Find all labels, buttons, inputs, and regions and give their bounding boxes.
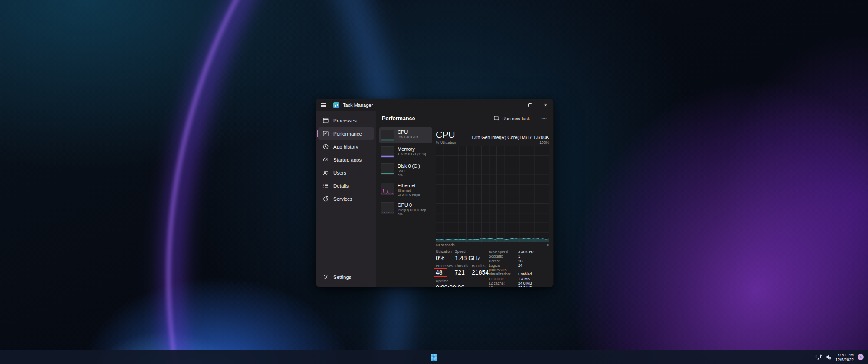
close-icon: ✕ — [543, 103, 547, 108]
disk-mini-graph — [381, 163, 394, 175]
desktop: Task Manager – ✕ Processes Performance — [0, 0, 868, 364]
start-button[interactable] — [426, 351, 442, 363]
cpu-spec-list: Base speed:3.40 GHz Sockets:1 Cores:16 L… — [489, 249, 549, 287]
cpu-stats: Utilization 0% Speed 1.48 GHz — [436, 249, 549, 287]
mini-panel-memory[interactable]: Memory 1.7/15.8 GB (11%) — [379, 144, 432, 160]
sidebar-item-performance[interactable]: Performance — [318, 127, 374, 140]
cpu-title: CPU — [436, 129, 455, 140]
sidebar-item-app-history[interactable]: App history — [318, 140, 374, 153]
window-title: Task Manager — [343, 103, 373, 108]
highlight-box: 48 — [434, 268, 447, 277]
memory-mini-graph — [381, 146, 394, 158]
cpu-chip-name: 13th Gen Intel(R) Core(TM) i7-13700K — [471, 135, 549, 140]
task-manager-window: Task Manager – ✕ Processes Performance — [316, 99, 554, 287]
run-new-task-icon — [494, 116, 500, 121]
processes-icon — [323, 118, 329, 123]
page-title: Performance — [382, 116, 415, 122]
sidebar-item-label: App history — [333, 144, 358, 149]
maximize-button[interactable] — [522, 99, 538, 111]
sidebar-item-services[interactable]: Services — [318, 192, 374, 205]
sidebar-item-label: Startup apps — [333, 157, 362, 162]
sidebar-item-label: Performance — [333, 131, 362, 136]
y-axis-label: % Utilization — [436, 140, 456, 145]
stat-processes: Processes 48 — [436, 264, 455, 277]
cpu-utilization-graph[interactable] — [436, 146, 549, 242]
mini-panel-cpu[interactable]: CPU 0% 1.48 GHz — [379, 127, 432, 143]
stat-speed: Speed 1.48 GHz — [455, 249, 480, 261]
clock-time: 9:51 PM — [835, 352, 854, 357]
hamburger-menu-icon[interactable] — [316, 99, 331, 111]
spec-row: Virtualization:Enabled — [489, 272, 549, 276]
clock-date: 12/5/2022 — [835, 357, 854, 362]
sidebar-item-label: Users — [333, 170, 346, 175]
run-new-task-button[interactable]: Run new task — [490, 114, 534, 123]
details-icon — [323, 183, 329, 189]
titlebar[interactable]: Task Manager – ✕ — [316, 99, 553, 111]
x-axis-left: 60 seconds — [436, 243, 454, 247]
mini-panel-ethernet[interactable]: Ethernet Ethernet S: 0 R: 0 Kbps — [379, 181, 432, 199]
spec-row: Logical processors:24 — [489, 263, 549, 272]
cpu-detail-panel: CPU 13th Gen Intel(R) Core(TM) i7-13700K… — [434, 126, 553, 287]
stat-threads: Threads 721 — [455, 264, 472, 277]
cpu-mini-graph — [381, 129, 394, 141]
header-separator — [536, 116, 536, 122]
taskbar-clock[interactable]: 9:51 PM 12/5/2022 — [835, 352, 854, 362]
stat-handles: Handles 21854 — [472, 264, 489, 277]
sidebar-item-label: Services — [333, 196, 352, 202]
sidebar: Processes Performance App history Startu… — [316, 111, 376, 287]
spec-row: L1 cache:1.4 MB — [489, 277, 549, 281]
stat-utilization: Utilization 0% — [436, 249, 455, 261]
sidebar-item-startup-apps[interactable]: Startup apps — [318, 153, 374, 166]
spec-row: Cores:16 — [489, 259, 549, 263]
spec-row: Sockets:1 — [489, 254, 549, 258]
sidebar-item-label: Processes — [333, 118, 357, 123]
stat-uptime: Up time 0:00:09:08 — [436, 279, 464, 287]
sidebar-item-settings[interactable]: Settings — [318, 271, 374, 283]
content-header: Performance Run new task ••• — [376, 111, 553, 126]
cpu-graph-wave — [436, 146, 549, 242]
performance-icon — [323, 131, 329, 136]
minimize-button[interactable]: – — [506, 99, 522, 111]
spec-row: L3 cache:30.0 MB — [489, 285, 549, 287]
content-area: Performance Run new task ••• — [376, 111, 553, 287]
sidebar-item-processes[interactable]: Processes — [318, 114, 374, 127]
sidebar-item-details[interactable]: Details — [318, 179, 374, 192]
sidebar-item-label: Settings — [333, 275, 352, 280]
startup-apps-icon — [323, 157, 329, 162]
users-icon — [323, 170, 329, 175]
windows-logo-icon — [431, 354, 437, 361]
y-axis-max: 100% — [539, 140, 549, 145]
performance-mini-list: CPU 0% 1.48 GHz Memory 1.7/15.8 GB (11%) — [376, 126, 434, 287]
close-button[interactable]: ✕ — [538, 99, 553, 111]
app-history-icon — [323, 144, 329, 149]
task-manager-app-icon — [333, 102, 339, 108]
services-icon — [323, 196, 329, 202]
mini-panel-gpu[interactable]: GPU 0 Intel(R) UHD Grap... 0% — [379, 200, 432, 219]
more-options-button[interactable]: ••• — [539, 114, 550, 123]
notification-badge[interactable]: 6 — [858, 354, 864, 360]
system-tray: 9:51 PM 12/5/2022 6 — [815, 350, 864, 364]
volume-icon[interactable] — [825, 354, 832, 360]
spec-row: L2 cache:24.0 MB — [489, 281, 549, 285]
spec-row: Base speed:3.40 GHz — [489, 250, 549, 254]
taskbar: 9:51 PM 12/5/2022 6 — [0, 350, 868, 364]
minimize-icon: – — [513, 103, 516, 108]
gpu-mini-graph — [381, 202, 394, 214]
sidebar-item-users[interactable]: Users — [318, 166, 374, 179]
gear-icon — [323, 274, 329, 280]
ellipsis-icon: ••• — [541, 116, 547, 121]
maximize-icon — [528, 103, 532, 107]
ethernet-mini-graph — [381, 183, 394, 195]
sidebar-item-label: Details — [333, 183, 349, 189]
run-new-task-label: Run new task — [502, 116, 530, 121]
network-icon[interactable] — [815, 354, 822, 360]
x-axis-right: 0 — [547, 243, 549, 247]
mini-panel-disk[interactable]: Disk 0 (C:) SSD 0% — [379, 161, 432, 180]
